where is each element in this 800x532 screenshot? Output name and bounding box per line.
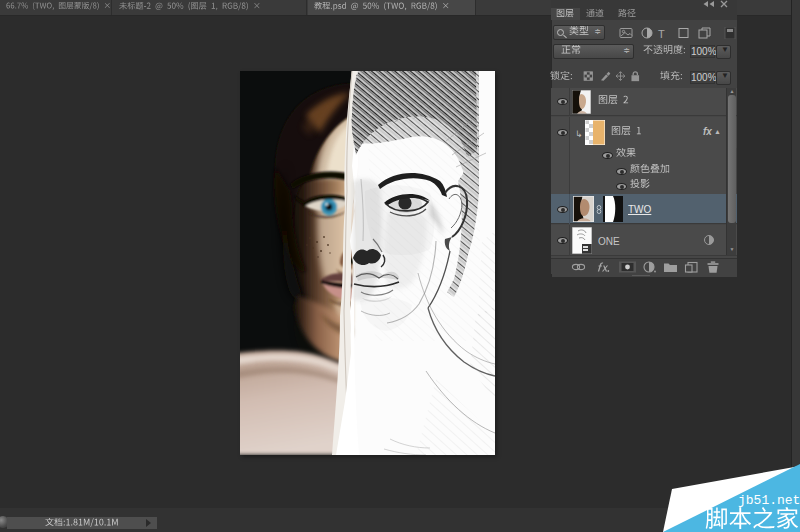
svg-text:T: T	[658, 28, 665, 40]
svg-text:jb51.net: jb51.net	[738, 493, 800, 508]
